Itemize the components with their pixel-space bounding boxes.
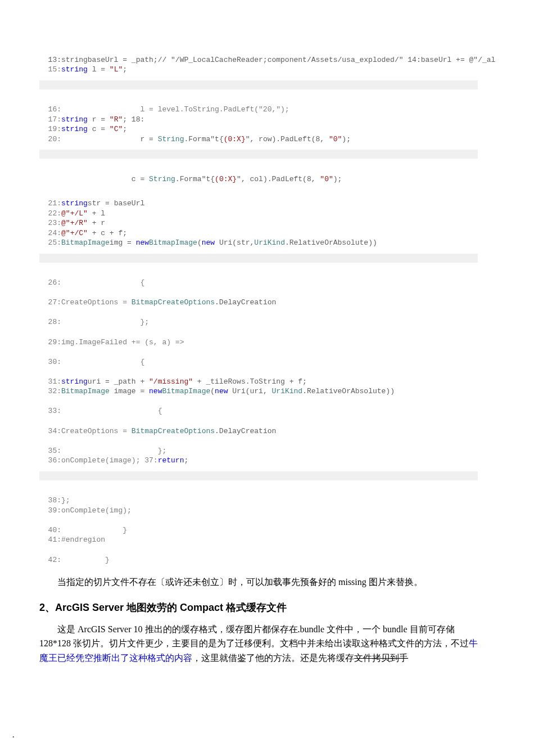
code-txt: + _tileRows.ToString + f; — [193, 377, 307, 386]
code-ln: 23: — [39, 219, 61, 227]
code-ln: 41:#endregion — [39, 536, 105, 544]
code-str: "C" — [110, 125, 123, 133]
code-txt: image = — [110, 387, 149, 395]
code-txt: c = — [88, 125, 110, 133]
code-str: "/missing" — [149, 377, 193, 386]
code-tp: BitmapCreateOptions — [132, 427, 215, 435]
code-ln: 20: — [39, 135, 61, 143]
code-ln: 26: { — [39, 278, 144, 287]
code-block: 13:stringbaseUrl = _path;// "/WP_LocalCa… — [39, 45, 495, 75]
code-ln: 22: — [39, 209, 61, 218]
code-line: 13:stringbaseUrl = _path;// "/WP_LocalCa… — [39, 56, 495, 64]
code-kw: new — [215, 387, 228, 395]
code-tp: BitmapCreateOptions — [132, 298, 215, 307]
code-txt: + r — [88, 219, 105, 227]
code-kw: new — [149, 387, 162, 395]
code-ln: 33: { — [39, 407, 162, 415]
code-str: (0:X} — [224, 135, 246, 143]
page-footer-dot: . — [11, 731, 15, 739]
code-ln: 15: — [39, 65, 61, 74]
code-kw: string — [61, 199, 88, 208]
code-txt: + l — [88, 209, 105, 218]
code-tp: BitmapImage — [149, 238, 197, 247]
code-ln: 16: l = level.ToString.PadLeft("20,"); — [39, 105, 289, 114]
code-txt: Uri(uri, — [228, 387, 272, 395]
code-txt: r = — [88, 115, 110, 124]
code-ln: 32: — [39, 387, 61, 395]
grey-bar — [39, 150, 478, 159]
code-str: +/R" — [70, 219, 88, 227]
code-str: "0" — [329, 135, 342, 143]
code-block: 38:}; 39:onComplete(img); 40: } 41:#endr… — [39, 486, 495, 565]
code-kw: string — [61, 115, 88, 124]
grey-bar — [39, 80, 478, 89]
section-heading: 2、ArcGIS Server 地图效劳的 Compact 格式缓存文件 — [39, 601, 495, 614]
para-text: 当指定的切片文件不存在〔或许还未创立〕时，可以加载事先预备好的 missing … — [39, 575, 423, 590]
code-tp: String — [158, 135, 184, 143]
code-kw: string — [61, 125, 88, 133]
code-ln: 38:}; — [39, 496, 70, 505]
code-ln: 24: — [39, 229, 61, 237]
code-tp: UriKind — [254, 238, 285, 247]
code-kw: return — [158, 456, 184, 465]
code-txt: c = — [39, 175, 149, 183]
code-txt: ; 18: — [123, 115, 144, 124]
code-block: 16: l = level.ToString.PadLeft("20,"); 1… — [39, 95, 495, 145]
code-str: (0:X} — [215, 175, 237, 183]
code-ln: 17: — [39, 115, 61, 124]
code-txt: r = — [61, 135, 158, 143]
code-str: "L" — [110, 65, 123, 74]
code-txt: .DelayCreation — [215, 427, 276, 435]
code-str: "R" — [110, 115, 123, 124]
code-txt: .RelativeOrAbsolute)) — [302, 387, 395, 395]
code-block: c = String.Forma"t{(0:X}", col).PadLeft(… — [39, 164, 495, 184]
code-kw: new — [136, 238, 149, 247]
code-str: "0" — [320, 175, 333, 183]
code-txt: ); — [333, 175, 342, 183]
code-str: +/C" — [70, 229, 88, 237]
code-ln: 40: } — [39, 526, 127, 534]
code-txt: str = baseUrl — [88, 199, 144, 208]
code-ln: 31: — [39, 377, 61, 386]
code-at: @" — [61, 209, 70, 218]
code-ln: 25: — [39, 238, 61, 247]
code-block: 26: { 27:CreateOptions = BitmapCreateOpt… — [39, 268, 495, 466]
code-txt: .Forma"t{ — [184, 135, 223, 143]
code-tp: BitmapImage — [61, 387, 110, 395]
code-txt: Uri(str, — [215, 238, 254, 247]
code-txt: l = — [88, 65, 110, 74]
code-tp: String — [149, 175, 175, 183]
struck-text: 文件拷贝到手 — [354, 653, 408, 663]
code-txt: ; — [184, 456, 188, 465]
code-txt: + c + f; — [88, 229, 127, 237]
code-txt: .Forma"t{ — [175, 175, 215, 183]
code-txt: ; — [123, 125, 127, 133]
code-ln: 27:CreateOptions = — [39, 298, 132, 307]
code-txt: ( — [210, 387, 215, 395]
code-at: @" — [61, 219, 70, 227]
code-ln: 42: } — [39, 556, 110, 564]
code-kw: string — [61, 65, 88, 74]
code-txt: ", col).PadLeft(8, — [237, 175, 320, 183]
code-ln: 34:CreateOptions = — [39, 427, 132, 435]
code-ln: 21: — [39, 199, 61, 208]
code-txt: ); — [342, 135, 351, 143]
code-ln: 35: }; — [39, 447, 166, 455]
code-txt: uri = _path + — [88, 377, 149, 386]
code-ln: 30: { — [39, 358, 144, 366]
code-tp: BitmapImage — [162, 387, 210, 395]
code-ln: 19: — [39, 125, 61, 133]
code-ln: 28: }; — [39, 318, 149, 326]
code-txt: .RelativeOrAbsolute)) — [285, 238, 377, 247]
code-kw: new — [202, 238, 215, 247]
code-txt: ; — [123, 65, 127, 74]
code-ln: 39:onComplete(img); — [39, 506, 132, 515]
code-str: +/L" — [70, 209, 88, 218]
code-txt: .DelayCreation — [215, 298, 276, 307]
para-text: 这是 ArcGIS Server 10 推出的的缓存格式，缓存图片都保存在.bu… — [39, 624, 469, 649]
grey-bar — [39, 471, 478, 480]
para-text: ，这里就借鉴了他的方法。还是先将缓存 — [192, 653, 354, 663]
code-ln: 29:img.ImageFailed += (s, a) => — [39, 338, 184, 346]
code-txt: ", row).PadLeft(8, — [246, 135, 329, 143]
paragraph: 当指定的切片文件不存在〔或许还未创立〕时，可以加载事先预备好的 missing … — [39, 575, 478, 590]
